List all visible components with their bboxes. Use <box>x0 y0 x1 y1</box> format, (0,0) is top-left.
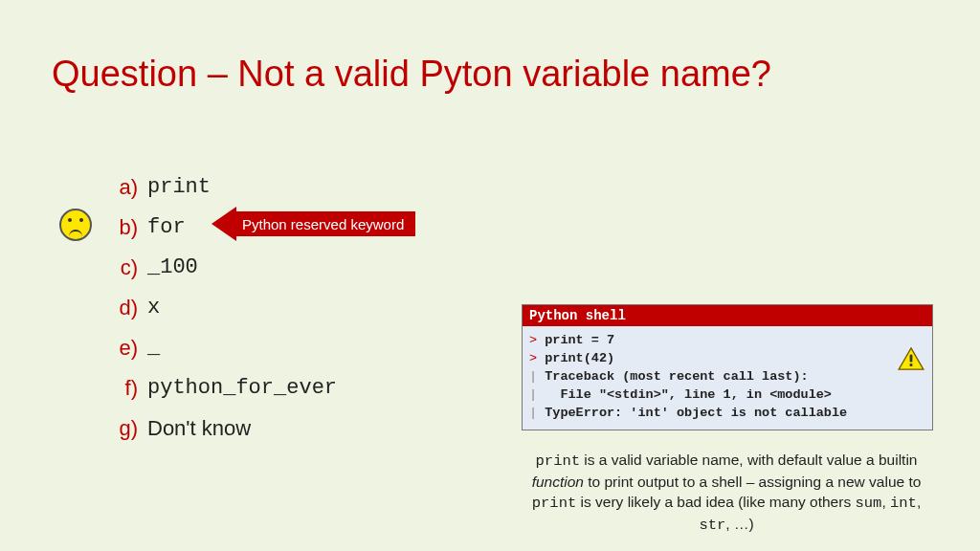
shell-title: Python shell <box>523 305 932 326</box>
explanation-note: print is a valid variable name, with def… <box>519 450 934 536</box>
callout-label: Python reserved keyword <box>236 211 415 236</box>
option-letter: b) <box>103 208 147 248</box>
option-g: g) Don't know <box>103 408 337 449</box>
option-letter: f) <box>103 368 147 408</box>
option-e: e) _ <box>103 328 337 368</box>
shell-line: > print = 7 <box>529 331 925 349</box>
option-value: print <box>147 167 211 208</box>
svg-rect-2 <box>910 364 913 366</box>
option-value: _ <box>147 328 160 368</box>
page-title: Question – Not a valid Pyton variable na… <box>52 54 771 95</box>
arrow-left-icon <box>212 207 236 241</box>
option-letter: c) <box>103 248 147 288</box>
option-c: c) _100 <box>103 248 337 288</box>
option-value: python_for_ever <box>147 368 337 408</box>
shell-body: > print = 7 > print(42) | Traceback (mos… <box>523 326 932 430</box>
option-f: f) python_for_ever <box>103 368 337 408</box>
shell-line: > print(42) <box>529 349 925 367</box>
option-value: x <box>147 288 160 328</box>
option-value: _100 <box>147 248 198 288</box>
option-letter: g) <box>103 408 147 449</box>
warning-icon <box>898 347 924 370</box>
python-shell-panel: Python shell > print = 7 > print(42) | T… <box>522 304 933 430</box>
shell-line: | TypeError: 'int' object is not callabl… <box>529 404 925 422</box>
shell-line: | Traceback (most recent call last): <box>529 367 925 386</box>
option-letter: d) <box>103 288 147 328</box>
option-letter: a) <box>103 167 147 208</box>
shell-line: | File "<stdin>", line 1, in <module> <box>529 386 925 404</box>
option-a: a) print <box>103 167 337 208</box>
option-d: d) x <box>103 288 337 328</box>
keyword-callout: Python reserved keyword <box>212 207 415 241</box>
option-value: Don't know <box>147 408 251 449</box>
option-letter: e) <box>103 328 147 368</box>
svg-rect-1 <box>910 355 913 363</box>
frown-face-icon <box>59 209 92 241</box>
option-value: for <box>147 208 186 248</box>
